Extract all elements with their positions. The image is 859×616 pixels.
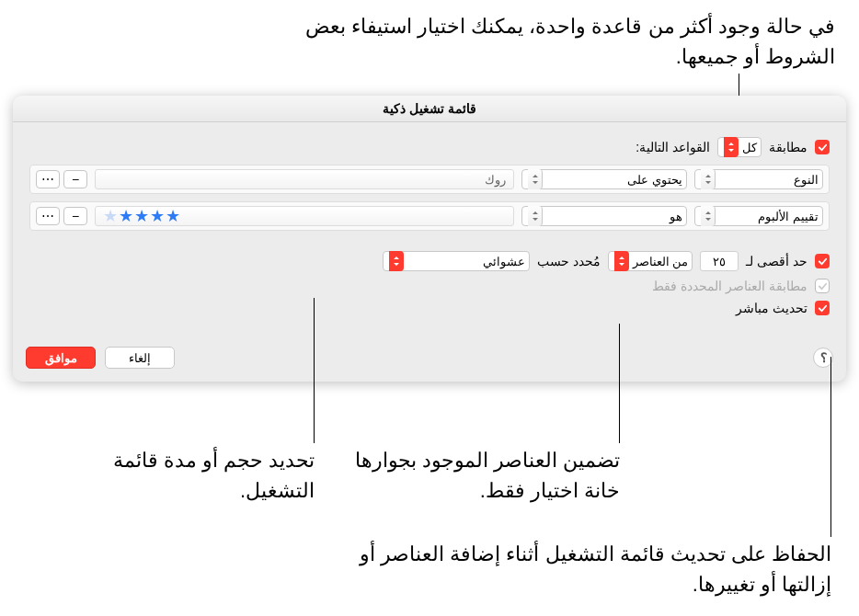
- callout-line-size: [314, 298, 315, 443]
- live-update-checkbox[interactable]: [815, 301, 830, 315]
- selected-by-value: عشوائي: [479, 255, 529, 268]
- more-rule-button[interactable]: ⋯: [36, 207, 60, 225]
- match-mode-value: كل: [739, 141, 761, 154]
- help-icon: ؟: [820, 350, 827, 365]
- match-row: مطابقة كل القواعد التالية:: [29, 137, 830, 157]
- rule-row-1: النوع يحتوي على روك − ⋯: [29, 165, 830, 194]
- limit-number-input[interactable]: ٢٥: [700, 251, 739, 271]
- selected-by-label: مُحدد حسب: [537, 254, 601, 268]
- match-mode-select[interactable]: كل: [717, 137, 762, 157]
- dialog-title: قائمة تشغيل ذكية: [13, 96, 846, 122]
- check-icon: [818, 303, 828, 314]
- check-icon: [818, 281, 828, 291]
- rule-field-value: النوع: [790, 173, 822, 187]
- smart-playlist-dialog: قائمة تشغيل ذكية مطابقة كل القواعد التال…: [13, 96, 846, 382]
- limit-unit-select[interactable]: من العناصر: [608, 251, 693, 271]
- more-rule-button[interactable]: ⋯: [36, 170, 60, 188]
- select-arrows-icon: [724, 137, 739, 157]
- rule-field-select[interactable]: تقييم الألبوم: [694, 206, 823, 226]
- limit-checkbox[interactable]: [815, 254, 830, 268]
- callout-size-duration: تحديد حجم أو مدة قائمة التشغيل.: [103, 445, 315, 506]
- callout-top: في حالة وجود أكثر من قاعدة واحدة، يمكنك …: [265, 11, 835, 72]
- select-arrows-icon: [701, 206, 716, 226]
- match-label-post: القواعد التالية:: [636, 140, 710, 154]
- checked-only-row: مطابقة العناصر المحددة فقط: [29, 279, 830, 293]
- live-update-row: تحديث مباشر: [29, 301, 830, 315]
- rule-op-value: يحتوي على: [624, 173, 686, 187]
- rule-buttons: − ⋯: [36, 170, 87, 188]
- live-update-label: تحديث مباشر: [736, 301, 807, 315]
- limit-label: حد أقصى لـ: [746, 254, 807, 268]
- remove-rule-button[interactable]: −: [63, 207, 87, 225]
- rule-buttons: − ⋯: [36, 207, 87, 225]
- rule-row-2: تقييم الألبوم هو ★★★★★ − ⋯: [29, 201, 830, 231]
- callout-line-checked: [619, 324, 620, 443]
- check-icon: [818, 257, 828, 267]
- callout-checked-text: تضمين العناصر الموجود بجوارها خانة اختيا…: [355, 449, 620, 502]
- rule-op-select[interactable]: هو: [521, 206, 687, 226]
- rule-field-select[interactable]: النوع: [694, 169, 823, 189]
- dialog-footer: ؟ إلغاء موافق: [13, 337, 846, 382]
- callout-top-text: في حالة وجود أكثر من قاعدة واحدة، يمكنك …: [305, 15, 835, 68]
- rule-value-stars[interactable]: ★★★★★: [95, 206, 514, 226]
- selected-by-select[interactable]: عشوائي: [383, 251, 530, 271]
- ok-button[interactable]: موافق: [26, 347, 96, 369]
- dialog-content: مطابقة كل القواعد التالية: النوع يحتوي ع…: [13, 122, 846, 337]
- callout-live-update: الحفاظ على تحديث قائمة التشغيل أثناء إضا…: [353, 539, 831, 599]
- select-arrows-icon: [701, 169, 716, 189]
- cancel-button[interactable]: إلغاء: [105, 347, 175, 369]
- callout-size-text: تحديد حجم أو مدة قائمة التشغيل.: [113, 449, 315, 502]
- rule-field-value: تقييم الألبوم: [754, 210, 822, 223]
- select-arrows-icon: [528, 169, 543, 189]
- limit-unit-value: من العناصر: [629, 255, 693, 268]
- match-label-pre: مطابقة: [769, 140, 807, 154]
- check-icon: [818, 143, 828, 153]
- star-rating: ★★★★★: [103, 206, 181, 226]
- rule-op-value: هو: [666, 210, 686, 223]
- rule-op-select[interactable]: يحتوي على: [521, 169, 687, 189]
- checked-only-checkbox: [815, 279, 830, 293]
- limit-row: حد أقصى لـ ٢٥ من العناصر مُحدد حسب عشوائ…: [29, 251, 830, 271]
- select-arrows-icon: [528, 206, 543, 226]
- select-arrows-icon: [389, 251, 404, 271]
- match-checkbox[interactable]: [815, 140, 830, 154]
- callout-checked-only: تضمين العناصر الموجود بجوارها خانة اختيا…: [344, 445, 620, 506]
- callout-live-text: الحفاظ على تحديث قائمة التشغيل أثناء إضا…: [360, 542, 831, 596]
- select-arrows-icon: [614, 251, 629, 271]
- rule-value-input[interactable]: روك: [95, 169, 514, 189]
- remove-rule-button[interactable]: −: [63, 170, 87, 188]
- callout-line-live: [830, 357, 831, 537]
- checked-only-label: مطابقة العناصر المحددة فقط: [652, 279, 807, 293]
